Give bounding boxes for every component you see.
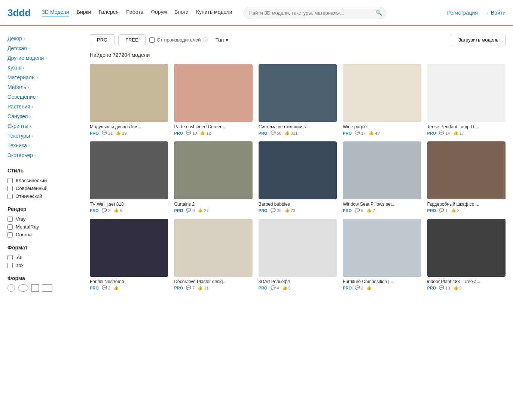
card-comments-1: 💬 10: [186, 131, 197, 135]
card-meta-5: PRO 💬 2 👍 5: [90, 208, 168, 213]
card-8[interactable]: Window Seat Pillows set... PRO 💬 5 👍 7: [343, 141, 421, 213]
card-11[interactable]: Decorative Plaster desig... PRO 💬 7 👍 11: [174, 219, 252, 290]
card-title-12: 3DArt Рельеф4: [259, 279, 337, 284]
style-sovremennyy[interactable]: Современный: [7, 184, 82, 192]
shape-oval[interactable]: [18, 284, 28, 292]
card-title-3: Wine purple: [343, 124, 421, 129]
sidebar-item-eksterier[interactable]: Экстерьер ›: [7, 150, 82, 160]
arrow-icon-skripti: ›: [30, 124, 31, 128]
card-5[interactable]: TV Wall | set 818 PRO 💬 2 👍 5: [90, 141, 168, 213]
sidebar-item-tekhnika[interactable]: Техника ›: [7, 141, 82, 150]
card-2[interactable]: Система вентиляции s... PRO 💬 58 👍 311: [259, 64, 337, 135]
sidebar-item-detskaya[interactable]: Детская ›: [7, 43, 82, 53]
sidebar-item-mebel[interactable]: Мебель ›: [7, 82, 82, 92]
sidebar-label-skripti: Скрипты: [7, 123, 28, 129]
card-meta-2: PRO 💬 58 👍 311: [259, 131, 337, 135]
style-klassicheskiy-label: Классический: [16, 178, 47, 183]
format-fbx[interactable]: .fbx: [7, 261, 82, 269]
pro-filter-button[interactable]: PRO: [90, 34, 114, 45]
nav-rabota[interactable]: Работа: [126, 9, 143, 16]
shape-section: Форма: [7, 275, 82, 292]
style-etnicheskiy[interactable]: Этнический: [7, 192, 82, 200]
render-corona-checkbox[interactable]: [7, 232, 13, 237]
free-filter-button[interactable]: FREE: [118, 34, 146, 45]
register-link[interactable]: Регистрация: [447, 10, 478, 16]
card-10[interactable]: Fantini Nostromo PRO 💬 3 👍: [90, 219, 168, 290]
card-image-4: [427, 64, 506, 122]
arrow-icon-drugie: ›: [45, 56, 46, 60]
shape-circle[interactable]: [7, 284, 15, 292]
format-fbx-label: .fbx: [16, 263, 24, 268]
card-12[interactable]: 3DArt Рельеф4 PRO 💬 4 👍 6: [259, 219, 337, 290]
models-grid: Модульный диван Лем... PRO 💬 11 👍 19 Par…: [90, 64, 506, 290]
card-13[interactable]: Furniture Composition | ... PRO 💬 2 👍: [343, 219, 421, 290]
card-image-10: [90, 219, 168, 277]
sidebar-item-dekor[interactable]: Декор ›: [7, 34, 82, 43]
style-section: Стиль Классический Современный Этнически…: [7, 168, 82, 200]
render-mentalray-label: MentalRay: [16, 224, 39, 230]
card-title-13: Furniture Composition | ...: [343, 279, 421, 284]
sidebar-item-teksturi[interactable]: Текстуры ›: [7, 131, 82, 141]
card-title-0: Модульный диван Лем...: [90, 124, 168, 129]
arrow-icon-mebel: ›: [28, 85, 29, 89]
render-mentalray-checkbox[interactable]: [7, 224, 13, 230]
sidebar-item-sanuzel[interactable]: Санузел ›: [7, 111, 82, 121]
card-comments-0: 💬 11: [102, 131, 113, 135]
nav-blogi[interactable]: Блоги: [174, 9, 189, 16]
card-title-6: Curtains 2: [174, 202, 252, 207]
sidebar-item-osveschenie[interactable]: Освещение ›: [7, 92, 82, 102]
sidebar-item-materialy[interactable]: Материалы ›: [7, 73, 82, 82]
format-fbx-checkbox[interactable]: [7, 263, 13, 268]
card-3[interactable]: Wine purple PRO 💬 17 👍 49: [343, 64, 421, 135]
card-comments-8: 💬 5: [355, 208, 363, 213]
from-manufacturer-checkbox[interactable]: [149, 37, 155, 43]
from-manufacturer-filter[interactable]: От производителей ⓘ: [149, 37, 208, 43]
format-obj-label: .obj: [16, 255, 24, 260]
card-badge-12: PRO: [259, 286, 268, 290]
shape-wide-rect[interactable]: [42, 284, 52, 292]
search-input[interactable]: [244, 7, 386, 19]
nav-kupit[interactable]: Купить модели: [196, 9, 232, 16]
shape-rect[interactable]: [31, 284, 39, 292]
card-comments-10: 💬 3: [102, 285, 110, 290]
card-comments-11: 💬 7: [186, 285, 195, 290]
card-image-12: [259, 219, 337, 277]
card-badge-4: PRO: [427, 131, 436, 135]
render-corona[interactable]: Corona: [7, 231, 82, 239]
card-7[interactable]: Barbed bubbles PRO 💬 20 👍 73: [259, 141, 337, 213]
header-right: Регистрация → Войти: [447, 10, 506, 16]
sort-dropdown[interactable]: Топ ▾: [215, 37, 228, 43]
render-corona-label: Corona: [16, 232, 32, 237]
nav-birki[interactable]: Бирки: [77, 9, 91, 16]
card-title-7: Barbed bubbles: [259, 202, 337, 207]
render-mentalray[interactable]: MentalRay: [7, 223, 82, 231]
card-1[interactable]: Parfe cushioned Corner ... PRO 💬 10 👍 12: [174, 64, 252, 135]
card-6[interactable]: Curtains 2 PRO 💬 9 👍 27: [174, 141, 252, 213]
card-14[interactable]: indoor Plant 488 - Tree a... PRO 💬 10 👍 …: [427, 219, 506, 290]
arrow-icon-eksterier: ›: [34, 153, 36, 157]
render-vray-checkbox[interactable]: [7, 217, 13, 222]
info-icon: ⓘ: [203, 37, 208, 43]
sidebar-item-skripti[interactable]: Скрипты ›: [7, 121, 82, 131]
format-obj-checkbox[interactable]: [7, 255, 13, 260]
upload-model-button[interactable]: Загрузить модель: [451, 34, 506, 46]
sidebar-item-drugie[interactable]: Другие модели ›: [7, 53, 82, 63]
card-4[interactable]: Tense Pendant Lamp D ... PRO 💬 14 👍 17: [427, 64, 506, 135]
style-klassicheskiy[interactable]: Классический: [7, 177, 82, 184]
arrow-icon-sanuzel: ›: [30, 114, 31, 119]
card-0[interactable]: Модульный диван Лем... PRO 💬 11 👍 19: [90, 64, 168, 135]
style-klassicheskiy-checkbox[interactable]: [7, 178, 13, 183]
header: 3ddd 3D Модели Бирки Галерея Работа Фору…: [0, 0, 513, 26]
format-obj[interactable]: .obj: [7, 254, 82, 261]
render-vray[interactable]: Vray: [7, 215, 82, 223]
nav-3d-modeli[interactable]: 3D Модели: [42, 9, 69, 16]
style-etnicheskiy-checkbox[interactable]: [7, 194, 13, 199]
sidebar-item-rasteniya[interactable]: Растения ›: [7, 102, 82, 111]
nav-galereya[interactable]: Галерея: [98, 9, 119, 16]
card-9[interactable]: Гардеробный шкаф со ... PRO 💬 1 👍 3: [427, 141, 506, 213]
sidebar-item-kukhnya[interactable]: Кухня ›: [7, 63, 82, 73]
style-sovremennyy-checkbox[interactable]: [7, 186, 13, 191]
nav-forum[interactable]: Форум: [151, 9, 167, 16]
login-button[interactable]: → Войти: [484, 10, 506, 16]
arrow-icon-detskaya: ›: [28, 46, 30, 50]
